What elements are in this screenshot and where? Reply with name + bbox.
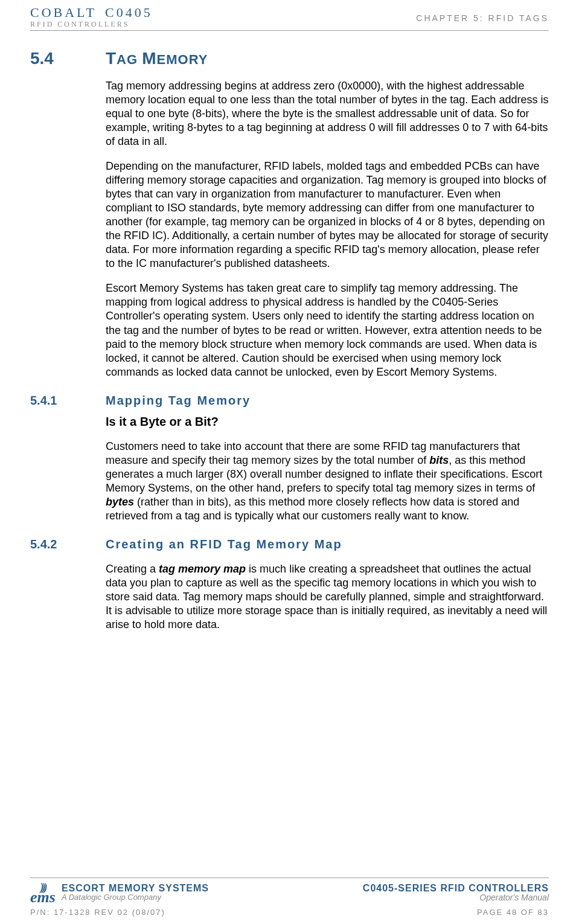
section-heading: 5.4 TAG MEMORY [30,49,549,68]
footer-company-block: ))) ems ESCORT MEMORY SYSTEMS A Datalogi… [30,883,209,904]
body-paragraph: Creating a tag memory map is much like c… [106,562,549,632]
ems-logo-text: ems [30,888,56,906]
subsection-heading: 5.4.1 Mapping Tag Memory [30,394,549,408]
subsection-title: Creating an RFID Tag Memory Map [106,537,342,551]
emphasis-bits: bits [429,454,449,466]
main-content: 5.4 TAG MEMORY Tag memory addressing beg… [30,49,549,632]
section-title-part: M [142,49,156,68]
brand-subtitle: RFID CONTROLLERS [30,21,153,28]
page-header: COBALT C0405 RFID CONTROLLERS CHAPTER 5:… [30,6,549,31]
body-paragraph: Customers need to take into account that… [106,440,549,523]
footer-product-block: C0405-SERIES RFID CONTROLLERS Operator's… [363,883,549,903]
section-title: TAG MEMORY [106,49,208,68]
subsection-number: 5.4.1 [30,394,88,408]
body-paragraph: Depending on the manufacturer, RFID labe… [106,159,549,271]
body-paragraph: Escort Memory Systems has taken great ca… [106,281,549,379]
brand-name: COBALT [30,6,97,19]
subsection-title: Mapping Tag Memory [106,394,251,408]
chapter-label: CHAPTER 5: RFID TAGS [416,13,549,23]
section-title-part: AG [117,52,142,67]
footer-product-name: C0405-SERIES RFID CONTROLLERS [363,883,549,894]
footer-product-sub: Operator's Manual [363,893,549,902]
body-paragraph: Tag memory addressing begins at address … [106,79,549,149]
emphasis-bytes: bytes [106,496,134,508]
subsection-number: 5.4.2 [30,537,88,551]
sub-heading: Is it a Byte or a Bit? [106,415,549,429]
emphasis-memory-map: tag memory map [159,563,246,575]
ems-logo-icon: ))) ems [30,883,56,904]
brand-model: C0405 [105,6,153,19]
text-run: Creating a [106,563,159,575]
section-title-part: EMORY [157,52,208,67]
footer-part-number: P/N: 17-1328 REV 02 (08/07) [30,908,165,917]
footer-page-number: PAGE 48 OF 83 [477,908,549,917]
page-footer: ))) ems ESCORT MEMORY SYSTEMS A Datalogi… [30,877,549,917]
brand-block: COBALT C0405 RFID CONTROLLERS [30,6,153,28]
text-run: (rather than in bits), as this method mo… [106,496,519,522]
section-title-part: T [106,49,117,68]
subsection-heading: 5.4.2 Creating an RFID Tag Memory Map [30,537,549,551]
section-number: 5.4 [30,49,88,68]
footer-company-sub: A Datalogic Group Company [62,893,209,902]
footer-company-name: ESCORT MEMORY SYSTEMS [62,883,209,894]
